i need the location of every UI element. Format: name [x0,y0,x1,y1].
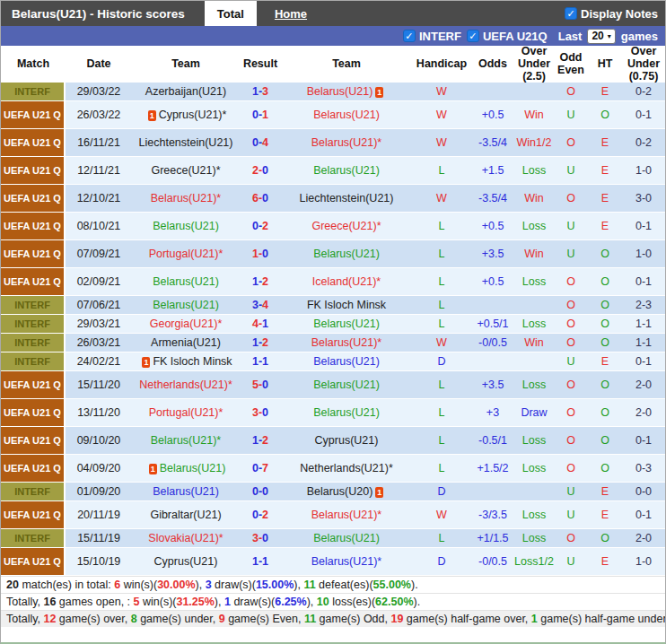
home-team-cell: 1Belarus(U21) [132,455,240,483]
handicap-cell: +0.5 [471,101,514,129]
column-header: Result [240,46,281,83]
away-team-cell: Belarus(U21)* [281,129,412,157]
handicap-cell: +3.5 [471,240,514,268]
tab-home[interactable]: Home [275,7,307,21]
page-title: Belarus(U21) - Historic scores [12,7,185,21]
last-games-select[interactable]: 20 ▾ [587,29,615,44]
odd-even-cell: E [588,501,622,529]
chevron-down-icon: ▾ [608,32,611,40]
home-score: 3- [252,299,262,311]
result-cell: L [412,529,471,548]
result-cell: L [412,371,471,399]
away-team-cell: Greece(U21)* [281,213,412,240]
summary-line: 20 match(es) in total: 6 win(s)(30.00%),… [1,576,665,593]
ou25-cell: U [554,501,588,529]
date-cell: 26/03/22 [66,101,132,129]
result-cell: W [412,501,471,529]
team-name: Belarus(U21)* [151,192,222,205]
interf-checkbox[interactable]: ✓ [403,30,416,42]
summary-segment: game(s) Odd, [316,613,390,625]
score-cell: 1-3 [240,83,281,101]
away-score: 0 [262,192,268,205]
competition-cell: UEFA U21 Q [1,501,66,529]
team-name: Cyprus(U21)* [159,109,227,121]
competition-badge: UEFA U21 Q [1,427,64,454]
ou25-cell: O [554,455,588,483]
home-team-cell: Armenia(U21) [132,334,240,352]
odd-even-cell: O [588,296,622,315]
home-team-cell: Belarus(U21) [132,296,240,315]
home-score: 5- [252,379,262,391]
ou25-cell: O [554,529,588,548]
score-cell: 0-2 [240,501,281,529]
uefa-filter: ✓ UEFA U21Q [467,30,548,43]
team-name: Belarus(U21) [153,275,219,288]
odd-even-cell: O [588,399,622,427]
away-score: 1 [262,555,268,568]
result-cell: W [412,334,471,352]
team-name: Georgia(U21)* [150,318,223,330]
odd-even-cell: O [588,268,622,296]
red-card-icon: 1 [142,357,150,368]
summary-segment: games open, : [56,596,133,608]
result-cell: L [412,455,471,483]
home-score: 1- [252,355,262,368]
ht-cell: 2-3 [622,296,665,315]
home-score: 2- [252,164,262,177]
competition-badge: INTERF [1,315,64,333]
column-header: Odd Even [554,46,588,83]
ah-odds-cell: Loss [514,455,554,483]
tab-total[interactable]: Total [205,1,257,26]
summary-segment: loss(es)( [329,596,375,608]
table-row: UEFA U21 Q15/10/19Cyprus(U21)1-1Belarus(… [1,548,665,576]
summary-segment: win(s)( [120,579,157,591]
odd-even-cell: E [588,185,622,213]
away-team-cell: Belarus(U21) [281,240,412,268]
date-cell: 07/06/21 [66,296,132,315]
away-team-cell: Belarus(U21)* [281,548,412,576]
ou25-cell: U [554,240,588,268]
table-row: UEFA U21 Q04/09/201Belarus(U21)0-7Nether… [1,455,665,483]
ou25-cell: O [554,399,588,427]
column-header: Over Under (2.5) [514,46,554,83]
competition-cell: UEFA U21 Q [1,427,66,455]
away-score: 1 [262,355,268,368]
table-row: UEFA U21 Q02/09/21Belarus(U21)1-2Iceland… [1,268,665,296]
competition-cell: UEFA U21 Q [1,548,66,576]
table-row: UEFA U21 Q12/10/21Belarus(U21)*6-0Liecht… [1,185,665,213]
away-team-cell: Liechtenstein(U21) [281,185,412,213]
team-name: Liechtenstein(U21) [300,192,394,205]
score-cell: 3-0 [240,399,281,427]
competition-badge: UEFA U21 Q [1,240,64,267]
competition-cell: UEFA U21 Q [1,371,66,399]
team-name: Belarus(U21) [313,406,380,419]
competition-badge: INTERF [1,529,64,547]
ht-cell: 2-0 [622,529,665,548]
home-team-cell: Cyprus(U21) [132,548,240,576]
uefa-checkbox[interactable]: ✓ [467,30,479,42]
away-team-cell: Belarus(U21)* [281,501,412,529]
team-name: Iceland(U21)* [312,275,381,288]
ht-cell: 0-3 [622,455,665,483]
away-team-cell: Belarus(U21) [281,529,412,548]
interf-label: INTERF [419,30,461,43]
date-cell: 04/09/20 [66,455,132,483]
ah-odds-cell: Win [514,334,554,352]
ou25-cell: U [554,548,588,576]
team-name: Belarus(U21) [313,379,380,391]
odd-even-cell: E [588,352,622,371]
ou25-cell: O [554,427,588,455]
away-team-cell: FK Isloch Minsk [281,296,412,315]
competition-badge: UEFA U21 Q [1,455,64,482]
result-cell: L [412,268,471,296]
handicap-cell: +3.5 [471,371,514,399]
date-cell: 02/09/21 [66,268,132,296]
home-score: 6- [252,192,262,205]
date-cell: 20/11/19 [66,501,132,529]
home-score: 3- [252,532,262,544]
ht-cell: 2-0 [622,399,665,427]
ht-cell: 1-1 [622,315,665,334]
away-team-cell: Belarus(U21) [281,399,412,427]
display-notes-checkbox[interactable]: ✓ [565,7,577,20]
home-score: 1- [252,434,262,447]
